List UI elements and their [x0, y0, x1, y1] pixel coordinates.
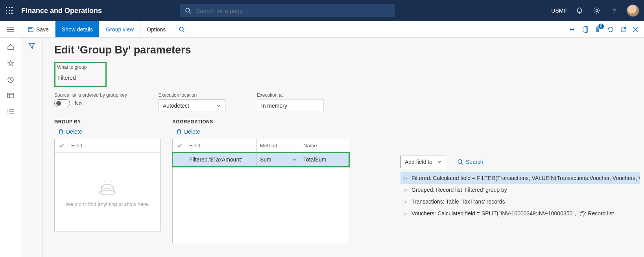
svg-point-32	[100, 190, 115, 195]
empty-folder-icon	[98, 177, 117, 196]
search-icon	[179, 26, 185, 33]
help-icon[interactable]: ?	[609, 6, 619, 15]
waffle-icon[interactable]	[5, 6, 14, 15]
group-by-select-all[interactable]	[55, 139, 68, 152]
caret-right-icon: ▷	[404, 187, 407, 193]
svg-rect-3	[6, 10, 7, 11]
group-by-delete-button[interactable]: Delete	[58, 128, 161, 135]
what-to-group-value[interactable]: Filtered	[57, 72, 87, 84]
group-by-empty: We didn't find anything to show here.	[55, 152, 160, 231]
group-view-button[interactable]: Group view	[100, 21, 140, 37]
aggregations-title: AGGREGATIONS	[172, 119, 349, 125]
modules-icon[interactable]	[7, 108, 14, 114]
svg-rect-23	[7, 93, 14, 98]
exec-loc-label: Execution location	[159, 92, 225, 98]
svg-text:?: ?	[613, 7, 616, 14]
trash-icon	[176, 128, 182, 135]
gear-icon[interactable]	[592, 6, 602, 15]
agg-name-header[interactable]: Name	[300, 139, 349, 152]
global-search[interactable]	[180, 4, 395, 17]
recent-icon[interactable]	[7, 76, 14, 83]
workspaces-icon[interactable]	[7, 93, 14, 99]
aggregations-section: AGGREGATIONS Delete Field Method Name	[172, 119, 349, 243]
agg-row-method[interactable]: Sum	[257, 152, 300, 167]
star-icon[interactable]	[7, 60, 14, 67]
agg-row-check[interactable]	[173, 152, 186, 167]
main-content: Edit 'Group By' parameters What to group…	[42, 38, 644, 257]
svg-point-9	[186, 8, 190, 12]
save-button[interactable]: Save	[21, 21, 55, 37]
svg-point-17	[179, 27, 183, 31]
group-by-section: GROUP BY Delete Field	[54, 119, 161, 243]
svg-rect-1	[9, 7, 10, 8]
trash-icon	[58, 128, 64, 135]
svg-rect-2	[11, 7, 13, 8]
svg-rect-8	[11, 13, 13, 14]
aggregations-grid: Field Method Name Filtered.'$TaxAmount' …	[172, 139, 349, 243]
ordered-toggle[interactable]	[54, 99, 70, 107]
refresh-icon[interactable]	[607, 26, 614, 33]
group-by-field-header[interactable]: Field	[68, 139, 160, 152]
avatar[interactable]	[627, 4, 639, 17]
command-bar: Save Show details Group view Options 0	[0, 21, 644, 38]
search-command-button[interactable]	[172, 21, 191, 37]
tree-item-vouchers[interactable]: ▷ Vouchers: Calculated field = SPLIT("IN…	[400, 207, 640, 219]
ordered-label: Source list is ordered by group key	[54, 92, 127, 98]
exec-loc-select[interactable]: Autodetect	[159, 99, 225, 112]
agg-method-header[interactable]: Method	[257, 139, 300, 152]
global-search-input[interactable]	[195, 7, 384, 15]
agg-row-name[interactable]: TotalSum	[300, 152, 349, 167]
close-icon[interactable]	[633, 27, 638, 32]
hamburger-icon[interactable]	[7, 27, 14, 32]
tree-item-grouped[interactable]: ▷ Grouped: Record list 'Filtered' group …	[400, 184, 640, 196]
svg-line-10	[189, 12, 191, 13]
add-field-button[interactable]: Add field to	[400, 156, 446, 168]
filter-column	[21, 38, 42, 257]
svg-rect-0	[6, 7, 7, 8]
options-button[interactable]: Options	[140, 21, 172, 37]
save-icon	[28, 26, 34, 33]
funnel-icon[interactable]	[28, 42, 35, 257]
top-nav: Finance and Operations USMF ?	[0, 0, 644, 21]
svg-point-28	[7, 111, 8, 112]
svg-point-34	[107, 180, 108, 180]
office-icon[interactable]	[582, 26, 588, 33]
what-to-group-label: What to group	[57, 64, 87, 70]
agg-field-header[interactable]: Field	[186, 139, 257, 152]
svg-point-26	[7, 109, 8, 110]
home-icon[interactable]	[7, 43, 14, 50]
bell-icon[interactable]	[575, 6, 584, 15]
svg-rect-16	[30, 27, 32, 29]
svg-rect-4	[9, 10, 10, 11]
save-label: Save	[36, 26, 49, 33]
svg-rect-6	[6, 13, 7, 14]
svg-point-35	[110, 181, 111, 182]
tree-item-filtered[interactable]: ▷ Filtered: Calculated field = FILTER(Tr…	[400, 172, 640, 184]
caret-right-icon: ▷	[404, 211, 407, 216]
svg-line-37	[461, 163, 463, 165]
search-icon	[185, 7, 191, 14]
svg-rect-7	[9, 13, 10, 14]
agg-select-all[interactable]	[173, 139, 186, 152]
group-by-title: GROUP BY	[54, 119, 161, 125]
svg-point-30	[7, 113, 8, 114]
attachments-icon[interactable]: 0	[594, 26, 601, 33]
svg-rect-5	[11, 10, 13, 11]
chevron-down-icon	[292, 157, 297, 162]
exec-at-value[interactable]: In memory	[257, 99, 324, 112]
agg-row[interactable]: Filtered.'$TaxAmount' Sum TotalSum	[173, 152, 349, 167]
search-link[interactable]: Search	[457, 159, 483, 165]
app-title: Finance and Operations	[21, 7, 102, 15]
agg-row-field[interactable]: Filtered.'$TaxAmount'	[186, 152, 257, 167]
chevron-down-icon	[216, 103, 221, 108]
popout-icon[interactable]	[620, 26, 627, 33]
connector-icon[interactable]	[568, 27, 576, 32]
aggregations-delete-button[interactable]: Delete	[176, 128, 349, 135]
company-label[interactable]: USMF	[551, 7, 567, 14]
svg-point-11	[596, 10, 598, 12]
attachments-badge: 0	[598, 24, 604, 29]
tree-item-transactions[interactable]: ▷ Transactions: Table 'TaxTrans' records	[400, 196, 640, 207]
ordered-value: No	[75, 100, 82, 106]
show-details-button[interactable]: Show details	[55, 21, 100, 37]
left-rail	[0, 38, 21, 257]
